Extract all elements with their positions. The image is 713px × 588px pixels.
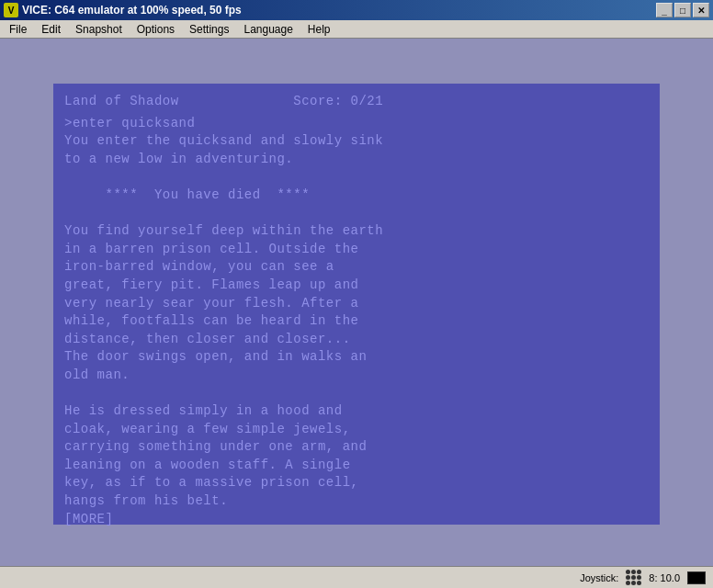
title-bar-left: V VICE: C64 emulator at 100% speed, 50 f… [4,3,242,17]
c64-line-21: hangs from his belt. [64,492,649,511]
c64-line-19: leaning on a wooden staff. A single [64,457,649,475]
c64-line-8: iron-barred window, you can see a [64,258,649,277]
jdot-8 [631,581,636,585]
menu-snapshot[interactable]: Snapshot [68,20,130,38]
menu-bar: File Edit Snapshot Options Settings Lang… [0,20,713,39]
jdot-1 [626,570,630,574]
jdot-2 [631,570,636,574]
main-area: Land of Shadow Score: 0/21 >enter quicks… [0,39,713,588]
jdot-4 [626,575,630,580]
c64-line-22: [MORE] [64,511,649,529]
c64-line-2: to a new low in adventuring. [64,151,649,169]
jdot-5 [631,575,636,580]
menu-settings[interactable]: Settings [182,20,236,38]
menu-options[interactable]: Options [130,20,182,38]
c64-line-4: **** You have died **** [64,187,649,205]
speed-display: 8: 10.0 [649,572,680,583]
status-bar: Joystick: 8: 10.0 [0,566,713,588]
c64-line-10: very nearly sear your flesh. After a [64,295,649,313]
c64-line-12: distance, then closer and closer... [64,331,649,349]
jdot-6 [637,575,641,580]
c64-screen[interactable]: Land of Shadow Score: 0/21 >enter quicks… [53,84,660,525]
title-bar: V VICE: C64 emulator at 100% speed, 50 f… [0,0,713,20]
menu-file[interactable]: File [2,20,34,38]
menu-language[interactable]: Language [236,20,300,38]
c64-content: >enter quicksandYou enter the quicksand … [64,115,649,529]
c64-title-line: Land of Shadow Score: 0/21 [64,93,649,111]
c64-line-14: old man. [64,367,649,385]
c64-line-18: carrying something under one arm, and [64,438,649,457]
c64-line-16: He is dressed simply in a hood and [64,402,649,421]
c64-line-15 [64,385,649,403]
c64-line-20: key, as if to a massive prison cell, [64,474,649,492]
c64-line-5 [64,205,649,223]
app-icon: V [4,3,18,17]
title-bar-buttons: _ □ ✕ [656,3,709,17]
c64-line-1: You enter the quicksand and slowly sink [64,132,649,151]
c64-line-13: The door swings open, and in walks an [64,348,649,367]
close-button[interactable]: ✕ [693,3,709,17]
menu-help[interactable]: Help [300,20,338,38]
c64-line-3 [64,168,649,187]
c64-line-11: while, footfalls can be heard in the [64,312,649,331]
restore-button[interactable]: □ [674,3,691,17]
joystick-icon [626,570,641,585]
menu-edit[interactable]: Edit [34,20,68,38]
c64-line-17: cloak, wearing a few simple jewels, [64,421,649,439]
joystick-label: Joystick: [580,572,618,583]
c64-line-7: in a barren prison cell. Outside the [64,241,649,259]
jdot-9 [637,581,641,585]
jdot-3 [637,570,641,574]
title-bar-text: VICE: C64 emulator at 100% speed, 50 fps [22,4,242,17]
jdot-7 [626,581,630,585]
c64-line-6: You find yourself deep within the earth [64,222,649,241]
c64-line-9: great, fiery pit. Flames leap up and [64,277,649,295]
status-box [687,571,706,584]
minimize-button[interactable]: _ [656,3,673,17]
c64-line-0: >enter quicksand [64,115,649,133]
